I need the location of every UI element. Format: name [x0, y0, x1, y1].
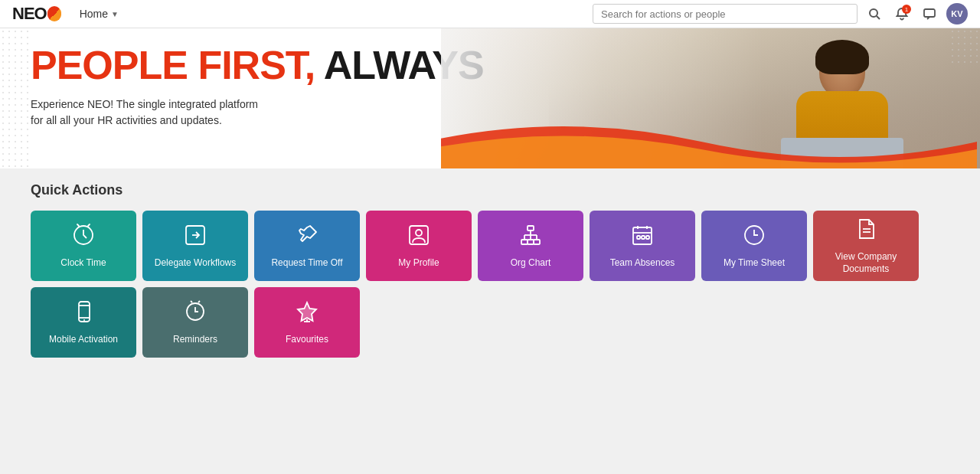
tile-team-absences[interactable]: Team Absences [590, 211, 695, 281]
arrow-right-box-icon [183, 223, 207, 251]
hero-subtitle-line1: Experience NEO! The single integrated pl… [31, 98, 258, 110]
star-icon [295, 299, 319, 328]
tile-label: Mobile Activation [49, 334, 118, 346]
plane-icon [295, 223, 319, 251]
svg-line-2 [877, 16, 880, 19]
search-input[interactable] [593, 4, 858, 24]
hero-subtitle-line2: for all all your HR activities and updat… [31, 114, 222, 126]
svg-marker-34 [298, 302, 316, 321]
nav-home[interactable]: Home ▼ [80, 8, 119, 20]
svg-line-33 [198, 301, 200, 302]
svg-rect-10 [528, 240, 534, 244]
search-button[interactable] [864, 3, 885, 25]
clock-icon [71, 223, 96, 251]
notification-badge: 1 [902, 5, 911, 14]
svg-rect-8 [528, 226, 534, 230]
svg-point-7 [416, 230, 422, 236]
hero-subtitle: Experience NEO! The single integrated pl… [31, 96, 337, 129]
calendar-team-icon [630, 223, 655, 251]
chevron-down-icon: ▼ [111, 10, 119, 18]
org-chart-icon [518, 223, 543, 251]
tile-label: Favourites [286, 334, 328, 346]
quick-actions-section: Quick Actions Clock Time Delegate Workfl… [0, 168, 980, 371]
svg-line-32 [191, 301, 192, 302]
svg-rect-22 [642, 236, 645, 239]
hero-wave [441, 111, 977, 168]
time-circle-icon [742, 223, 766, 251]
hero-banner: PEOPLE FIRST, ALWAYS Experience NEO! The… [0, 28, 980, 168]
svg-rect-9 [521, 240, 528, 244]
tile-label: My Profile [398, 257, 439, 270]
tile-delegate-workflows[interactable]: Delegate Workflows [142, 211, 248, 281]
tile-label: Clock Time [60, 257, 106, 270]
svg-point-1 [870, 9, 877, 17]
document-icon [854, 217, 878, 245]
svg-point-0 [47, 8, 61, 21]
hero-title-red: PEOPLE FIRST, [31, 43, 315, 87]
svg-rect-3 [924, 9, 935, 17]
hero-content: PEOPLE FIRST, ALWAYS Experience NEO! The… [31, 44, 484, 129]
tile-request-time-off[interactable]: Request Time Off [254, 211, 360, 281]
tile-label: Request Time Off [271, 257, 342, 270]
svg-rect-27 [79, 302, 90, 322]
logo-icon [47, 6, 61, 20]
logo-text: NEO [12, 4, 61, 24]
tile-view-company-documents[interactable]: View Company Documents [813, 211, 919, 281]
tile-label: My Time Sheet [724, 257, 785, 270]
header: NEO Home ▼ 1 KV [0, 0, 980, 28]
nav-home-label: Home [80, 8, 108, 20]
mobile-icon [71, 299, 96, 328]
logo: NEO [12, 4, 61, 24]
quick-actions-title: Quick Actions [31, 182, 949, 198]
tile-my-profile[interactable]: My Profile [366, 211, 472, 281]
tile-label: Reminders [173, 334, 217, 346]
reminder-clock-icon [183, 299, 207, 328]
svg-rect-11 [534, 240, 540, 244]
header-right: 1 KV [593, 3, 968, 25]
profile-icon [407, 223, 431, 251]
avatar[interactable]: KV [946, 3, 968, 25]
tile-favourites[interactable]: Favourites [254, 287, 360, 358]
tile-label: View Company Documents [813, 251, 919, 275]
hero-image [441, 28, 980, 168]
tile-label: Org Chart [511, 257, 551, 270]
actions-grid: Clock Time Delegate Workflows Request Ti… [31, 211, 949, 358]
tile-reminders[interactable]: Reminders [142, 287, 248, 358]
tile-clock-time[interactable]: Clock Time [31, 211, 136, 281]
hero-dots-left [0, 28, 31, 168]
hero-title: PEOPLE FIRST, ALWAYS [31, 44, 484, 87]
tile-label: Delegate Workflows [155, 257, 237, 270]
svg-rect-21 [637, 236, 640, 239]
svg-rect-23 [646, 236, 649, 239]
svg-point-30 [83, 319, 85, 321]
tile-org-chart[interactable]: Org Chart [478, 211, 583, 281]
tile-label: Team Absences [610, 257, 675, 270]
tile-my-time-sheet[interactable]: My Time Sheet [701, 211, 807, 281]
tile-mobile-activation[interactable]: Mobile Activation [31, 287, 136, 358]
messages-button[interactable] [919, 3, 940, 25]
notifications-button[interactable]: 1 [891, 3, 913, 25]
